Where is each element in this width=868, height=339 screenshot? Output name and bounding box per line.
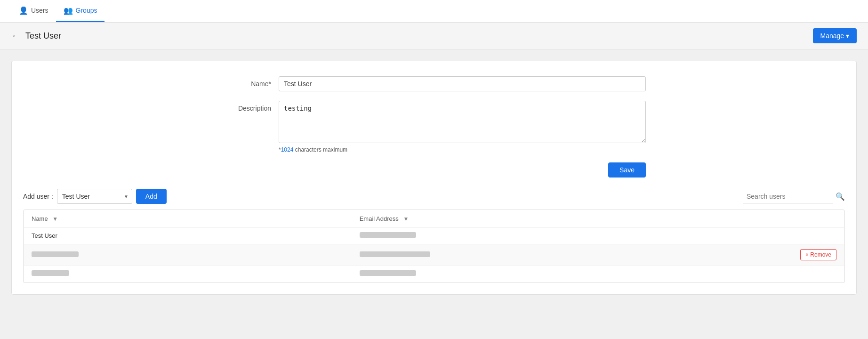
group-form: Name* Description testing *1024 characte…	[222, 76, 646, 178]
search-icon: 🔍	[836, 192, 845, 201]
users-table-container: Name ▼ Email Address ▼ Test User	[23, 210, 845, 283]
redacted-email	[360, 251, 430, 257]
table-row: × Remove	[24, 244, 844, 266]
groups-icon: 👥	[64, 6, 73, 15]
table-body: Test User	[24, 227, 844, 282]
char-limit-number: 1024	[281, 146, 294, 153]
description-row: Description testing *1024 characters max…	[222, 101, 646, 153]
cell-name	[24, 266, 352, 282]
table-row: Test User	[24, 227, 844, 244]
search-input[interactable]	[743, 190, 833, 203]
remove-button[interactable]: × Remove	[800, 249, 836, 260]
tab-groups[interactable]: 👥 Groups	[56, 0, 105, 22]
add-user-left: Add user : Test User ▼ Add	[23, 189, 167, 204]
tab-users-label: Users	[31, 7, 48, 14]
name-control	[279, 76, 646, 91]
name-label: Name*	[222, 76, 279, 88]
main-content: Name* Description testing *1024 characte…	[0, 49, 868, 306]
add-user-section: Add user : Test User ▼ Add 🔍	[23, 189, 845, 204]
form-actions: Save	[222, 162, 646, 178]
page-title: Test User	[25, 31, 61, 41]
back-button[interactable]: ←	[11, 31, 20, 41]
name-filter-icon[interactable]: ▼	[52, 216, 58, 222]
tab-groups-label: Groups	[76, 7, 97, 14]
users-icon: 👤	[19, 6, 28, 15]
page-header: ← Test User Manage ▾	[0, 23, 868, 49]
cell-email	[352, 266, 763, 282]
cell-email	[352, 227, 763, 244]
tab-users[interactable]: 👤 Users	[11, 0, 56, 22]
description-input[interactable]: testing	[279, 101, 646, 143]
cell-actions	[762, 227, 844, 244]
description-control: testing *1024 characters maximum	[279, 101, 646, 153]
char-limit-text: *1024 characters maximum	[279, 146, 646, 153]
redacted-email	[360, 270, 416, 276]
name-row: Name*	[222, 76, 646, 91]
col-header-actions	[762, 210, 844, 227]
page-header-left: ← Test User	[11, 31, 61, 41]
user-select-wrapper: Test User ▼	[57, 189, 132, 204]
add-button[interactable]: Add	[136, 189, 167, 204]
top-navigation: 👤 Users 👥 Groups	[0, 0, 868, 23]
main-card: Name* Description testing *1024 characte…	[11, 61, 857, 295]
save-button[interactable]: Save	[608, 162, 646, 178]
cell-actions: × Remove	[762, 244, 844, 266]
table-header: Name ▼ Email Address ▼	[24, 210, 844, 227]
email-filter-icon[interactable]: ▼	[403, 216, 409, 222]
redacted-name	[32, 270, 69, 276]
col-header-name: Name ▼	[24, 210, 352, 227]
cell-name: Test User	[24, 227, 352, 244]
cell-email	[352, 244, 763, 266]
manage-button[interactable]: Manage ▾	[813, 28, 857, 43]
cell-name	[24, 244, 352, 266]
col-header-email: Email Address ▼	[352, 210, 763, 227]
user-select[interactable]: Test User	[57, 189, 132, 204]
users-table: Name ▼ Email Address ▼ Test User	[24, 210, 844, 282]
table-row	[24, 266, 844, 282]
search-users-wrapper: 🔍	[743, 190, 845, 203]
description-label: Description	[222, 101, 279, 112]
redacted-name	[32, 251, 79, 257]
redacted-email	[360, 232, 416, 238]
cell-actions	[762, 266, 844, 282]
name-input[interactable]	[279, 76, 646, 91]
add-user-label: Add user :	[23, 193, 53, 200]
